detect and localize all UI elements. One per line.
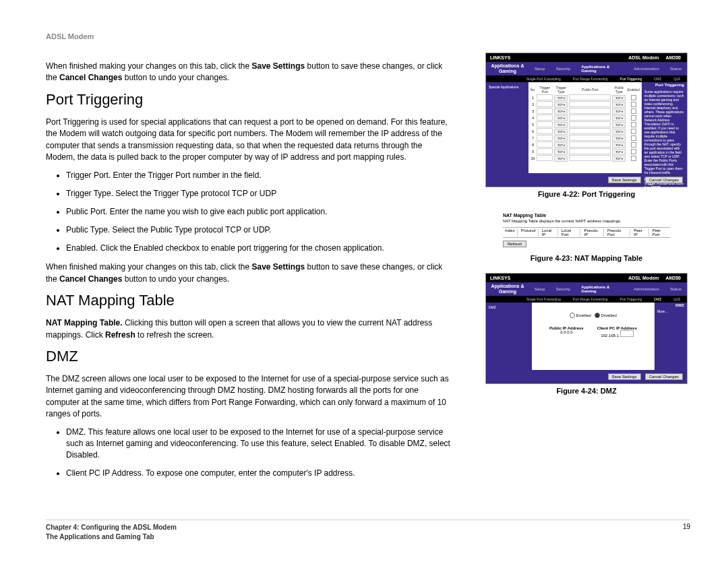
public-port-input[interactable]	[569, 148, 611, 154]
trigger-port-input[interactable]	[537, 135, 553, 141]
subtab[interactable]: Single Port Forwarding	[526, 77, 561, 81]
list-item: Trigger Port. Enter the Trigger Port num…	[66, 170, 450, 181]
subtab[interactable]: DMZ	[654, 77, 661, 81]
table-row: 10TCP ▾TCP ▾	[530, 155, 640, 162]
enabled-checkbox[interactable]	[631, 149, 636, 154]
enabled-checkbox[interactable]	[631, 115, 636, 121]
public-port-input[interactable]	[569, 108, 611, 114]
enabled-checkbox[interactable]	[631, 156, 636, 161]
public-port-input[interactable]	[569, 115, 611, 121]
help-title: DMZ	[655, 303, 687, 308]
enabled-checkbox[interactable]	[631, 129, 636, 134]
public-port-input[interactable]	[569, 94, 611, 100]
trigger-type-select[interactable]: TCP ▾	[554, 135, 568, 142]
port-triggering-list: Trigger Port. Enter the Trigger Port num…	[46, 170, 450, 253]
public-type-select[interactable]: TCP ▾	[612, 129, 626, 135]
tab-status[interactable]: Status	[665, 287, 687, 291]
public-type-select[interactable]: TCP ▾	[612, 122, 626, 128]
table-row: 9TCP ▾TCP ▾	[530, 148, 640, 155]
public-type-select[interactable]: TCP ▾	[612, 142, 626, 148]
figure-4-24-caption: Figure 4-24: DMZ	[485, 387, 688, 395]
enabled-checkbox[interactable]	[631, 108, 636, 114]
side-label: DMZ	[486, 303, 532, 370]
tab-apps-gaming[interactable]: Applications & Gaming	[576, 285, 628, 293]
tab-admin[interactable]: Administration	[628, 67, 665, 71]
trigger-port-input[interactable]	[537, 128, 553, 134]
th: Trigger Port	[536, 85, 553, 94]
trigger-type-select[interactable]: TCP ▾	[554, 122, 568, 128]
figure-4-23: NAT Mapping Table NAT Mapping Table disp…	[499, 209, 674, 251]
tab-security[interactable]: Security	[551, 67, 576, 71]
public-port-input[interactable]	[569, 128, 611, 134]
public-port-input[interactable]	[569, 142, 611, 148]
radio-label: Disabled	[601, 313, 617, 317]
cancel-button[interactable]: Cancel Changes	[645, 373, 683, 380]
trigger-port-input[interactable]	[537, 108, 553, 114]
table-row: 7TCP ▾TCP ▾	[530, 135, 640, 142]
tab-section-label: Applications & Gaming	[486, 284, 529, 294]
tab-admin[interactable]: Administration	[628, 287, 665, 291]
tab-apps-gaming[interactable]: Applications & Gaming	[576, 65, 628, 73]
subtab[interactable]: Port Range Forwarding	[573, 77, 608, 81]
radio-disabled[interactable]	[595, 313, 600, 318]
cancel-button[interactable]: Cancel Changes	[645, 177, 683, 183]
side-column: LINKSYS ADSL Modem AM200 Applications & …	[485, 53, 688, 486]
trigger-port-input[interactable]	[537, 115, 553, 121]
trigger-type-select[interactable]: TCP ▾	[554, 156, 568, 162]
heading-port-triggering: Port Triggering	[46, 91, 450, 108]
text: When finished making your changes on thi…	[46, 61, 252, 71]
trigger-type-select[interactable]: TCP ▾	[554, 95, 568, 101]
public-port-input[interactable]	[569, 101, 611, 107]
nat-table-title: NAT Mapping Table	[503, 213, 670, 218]
trigger-port-input[interactable]	[537, 121, 553, 127]
subtab[interactable]: QoS	[673, 77, 680, 81]
public-type-select[interactable]: TCP ▾	[612, 108, 626, 115]
public-port-input[interactable]	[569, 121, 611, 127]
enabled-checkbox[interactable]	[631, 122, 636, 127]
save-button[interactable]: Save Settings	[608, 373, 641, 380]
enabled-checkbox[interactable]	[631, 135, 636, 141]
radio-enabled[interactable]	[570, 313, 575, 318]
public-port-input[interactable]	[569, 155, 611, 161]
trigger-port-input[interactable]	[537, 101, 553, 107]
trigger-port-input[interactable]	[537, 142, 553, 148]
trigger-type-select[interactable]: TCP ▾	[554, 129, 568, 135]
subtab-port-triggering[interactable]: Port Triggering	[620, 77, 642, 81]
subtab[interactable]: QoS	[673, 297, 680, 301]
ip-input[interactable]	[620, 330, 634, 337]
enabled-checkbox[interactable]	[631, 95, 636, 100]
public-port-input[interactable]	[569, 135, 611, 141]
trigger-port-input[interactable]	[537, 94, 553, 100]
trigger-port-input[interactable]	[537, 148, 553, 154]
trigger-type-select[interactable]: TCP ▾	[554, 115, 568, 121]
public-type-select[interactable]: TCP ▾	[612, 149, 626, 155]
subtab-dmz[interactable]: DMZ	[654, 297, 661, 301]
trigger-type-select[interactable]: TCP ▾	[554, 142, 568, 148]
list-item: Public Port. Enter the name you wish to …	[66, 206, 450, 218]
col: Peer Port	[650, 228, 670, 237]
col: Pseudo Port	[605, 228, 630, 237]
trigger-type-select[interactable]: TCP ▾	[554, 102, 568, 108]
public-type-select[interactable]: TCP ▾	[612, 135, 626, 142]
tab-setup[interactable]: Setup	[529, 287, 551, 291]
public-type-select[interactable]: TCP ▾	[612, 95, 626, 101]
more-link[interactable]: More...	[657, 309, 684, 313]
public-type-select[interactable]: TCP ▾	[612, 115, 626, 121]
enabled-checkbox[interactable]	[631, 102, 636, 107]
subtab[interactable]: Port Range Forwarding	[573, 297, 608, 301]
subtab[interactable]: Single Port Forwarding	[526, 297, 561, 301]
tab-status[interactable]: Status	[665, 67, 687, 71]
tab-setup[interactable]: Setup	[529, 67, 551, 71]
trigger-type-select[interactable]: TCP ▾	[554, 149, 568, 155]
enabled-checkbox[interactable]	[631, 142, 636, 148]
save-button[interactable]: Save Settings	[608, 177, 641, 183]
tab-security[interactable]: Security	[551, 287, 576, 291]
public-type-select[interactable]: TCP ▾	[612, 102, 626, 108]
refresh-button[interactable]: Refresh	[503, 241, 526, 247]
help-text: Some applications require multiple conne…	[644, 90, 684, 175]
trigger-type-select[interactable]: TCP ▾	[554, 108, 568, 115]
model-num: AM200	[663, 55, 683, 60]
subtab[interactable]: Port Triggering	[620, 297, 642, 301]
trigger-port-input[interactable]	[537, 155, 553, 161]
public-type-select[interactable]: TCP ▾	[612, 156, 626, 162]
